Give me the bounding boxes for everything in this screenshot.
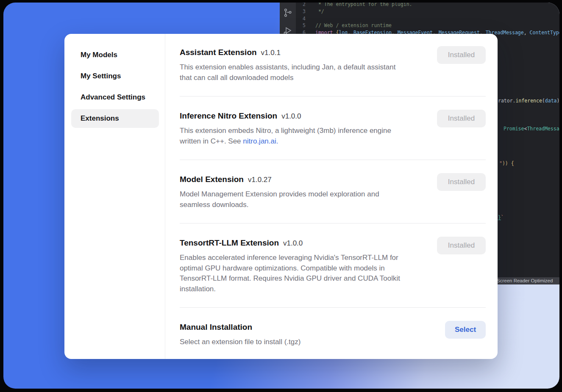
- extension-description: Model Management Extension provides mode…: [180, 189, 379, 210]
- extension-version: v1.0.1: [261, 49, 281, 57]
- code-lines: 2 * The entrypoint for the plugin.3 */45…: [296, 3, 559, 36]
- installed-button[interactable]: Installed: [437, 237, 486, 254]
- sidebar-item-advanced-settings[interactable]: Advanced Settings: [71, 88, 159, 107]
- sidebar-item-my-models[interactable]: My Models: [71, 46, 159, 64]
- extensions-panel: Assistant Extension v1.0.1 This extensio…: [165, 34, 498, 359]
- installed-button[interactable]: Installed: [437, 173, 486, 191]
- extension-title: Assistant Extension: [180, 47, 257, 58]
- extension-row-inference-nitro: Inference Nitro Extension v1.0.0 This ex…: [180, 97, 486, 160]
- nitro-jan-ai-link[interactable]: nitro.jan.ai.: [243, 137, 278, 145]
- extension-version: v1.0.27: [248, 176, 272, 184]
- extension-title: TensortRT-LLM Extension: [180, 237, 279, 248]
- code-fragment: rator.inference(data));: [498, 98, 559, 104]
- code-fragment: ")) {: [499, 160, 514, 166]
- extension-description-text: This extension embeds Nitro, a lightweig…: [180, 127, 391, 145]
- select-file-button[interactable]: Select: [445, 321, 486, 339]
- screen-reader-status[interactable]: Screen Reader Optimized: [492, 277, 559, 284]
- sidebar-item-extensions[interactable]: Extensions: [71, 109, 159, 128]
- installed-button[interactable]: Installed: [437, 110, 486, 127]
- extension-title: Model Extension: [180, 174, 244, 185]
- manual-installation-description: Select an extension file to install (.tg…: [180, 337, 300, 348]
- page-background: 2 * The entrypoint for the plugin.3 */45…: [3, 3, 559, 389]
- extension-version: v1.0.0: [281, 112, 301, 121]
- manual-installation-row: Manual Installation Select an extension …: [180, 308, 486, 359]
- extension-version: v1.0.0: [283, 239, 303, 248]
- manual-installation-title: Manual Installation: [180, 322, 252, 333]
- code-fragment: Promise<ThreadMessage>: [504, 126, 559, 132]
- settings-sidebar: My Models My Settings Advanced Settings …: [64, 34, 165, 359]
- extension-description: This extension enables assistants, inclu…: [180, 62, 395, 83]
- extension-row-tensorrt-llm: TensortRT-LLM Extension v1.0.0 Enables a…: [180, 224, 486, 308]
- installed-button[interactable]: Installed: [437, 46, 486, 64]
- extension-description: Enables accelerated inference leveraging…: [180, 253, 400, 294]
- extension-row-model: Model Extension v1.0.27 Model Management…: [180, 160, 486, 224]
- sidebar-item-my-settings[interactable]: My Settings: [71, 67, 159, 86]
- settings-dialog: My Models My Settings Advanced Settings …: [64, 34, 498, 359]
- source-control-icon[interactable]: [283, 8, 293, 18]
- extension-title: Inference Nitro Extension: [180, 110, 277, 121]
- extension-description: This extension embeds Nitro, a lightweig…: [180, 126, 391, 146]
- extension-row-assistant: Assistant Extension v1.0.1 This extensio…: [180, 34, 486, 97]
